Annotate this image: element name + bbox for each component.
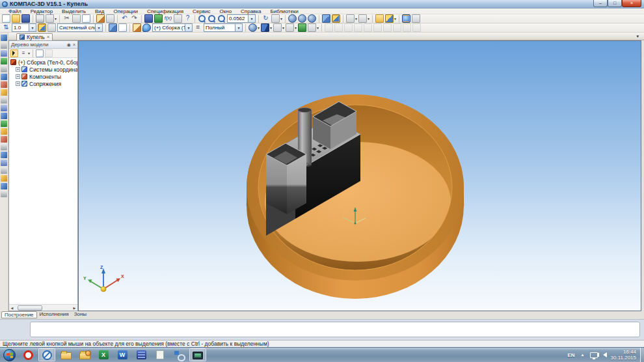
menu-operations[interactable]: Операции — [109, 8, 142, 14]
taskbar-item-grid-app[interactable] — [133, 348, 150, 361]
chevron-down-icon[interactable]: ▾ — [270, 25, 272, 30]
libraries-button[interactable] — [402, 14, 410, 23]
chevron-down-icon[interactable]: ▾ — [355, 16, 357, 21]
start-button[interactable] — [3, 349, 16, 361]
chevron-down-icon[interactable]: ▾ — [280, 16, 282, 21]
language-indicator[interactable]: EN — [564, 352, 578, 358]
taskbar-item-notes[interactable] — [152, 348, 168, 361]
compact-panel-button[interactable] — [1, 66, 7, 72]
compact-panel-button[interactable] — [1, 105, 7, 111]
volume-icon[interactable] — [603, 352, 607, 357]
cut-button[interactable]: ✂ — [62, 14, 71, 23]
new-document-button[interactable] — [2, 14, 10, 23]
compact-panel-button[interactable] — [1, 74, 7, 80]
tree-horizontal-scrollbar[interactable]: ◀ ▶ — [9, 304, 77, 311]
chevron-down-icon[interactable]: ▾ — [317, 25, 319, 30]
layers-manager-button[interactable] — [109, 23, 117, 32]
menu-service[interactable]: Сервис — [188, 8, 215, 14]
rotate-view-button-1[interactable] — [288, 14, 297, 23]
rotate-view-button-2[interactable] — [298, 14, 306, 23]
expand-icon[interactable]: + — [16, 81, 20, 86]
redo-button[interactable]: ↷ — [130, 14, 139, 23]
tree-item-coordinate-systems[interactable]: + Системы координат — [9, 66, 77, 73]
taskbar-item-explorer[interactable] — [57, 348, 74, 361]
taskbar-item-opera[interactable] — [20, 348, 36, 361]
edit-in-place-button[interactable] — [133, 23, 141, 32]
fx-button[interactable]: f(x) — [164, 14, 172, 23]
chevron-down-icon[interactable]: ▾ — [368, 16, 369, 21]
compact-panel-button[interactable] — [1, 89, 7, 96]
menu-libraries[interactable]: Библиотеки — [265, 8, 302, 14]
save-button[interactable] — [21, 14, 30, 23]
scroll-right-icon[interactable]: ▶ — [72, 306, 77, 310]
tree-report-button[interactable] — [36, 49, 44, 57]
library-manager-button[interactable] — [154, 14, 163, 23]
taskbar-item-kompas[interactable] — [189, 348, 206, 361]
hide-objects-button[interactable] — [375, 14, 384, 23]
chevron-down-icon[interactable]: ▾ — [248, 15, 255, 22]
menu-select[interactable]: Выделить — [57, 8, 90, 14]
layer-icon-button[interactable] — [47, 23, 56, 32]
chevron-down-icon[interactable]: ▾ — [258, 25, 260, 30]
variables-button[interactable] — [144, 14, 153, 23]
print-button[interactable] — [36, 14, 44, 23]
tab-versions[interactable]: Исполнения — [37, 311, 72, 318]
copy-button[interactable] — [72, 14, 81, 23]
taskbar-item-search-app[interactable] — [170, 348, 187, 361]
menu-window[interactable]: Окно — [215, 8, 237, 14]
taskbar-item-word[interactable]: W — [114, 348, 131, 361]
color-button[interactable] — [142, 23, 151, 32]
chevron-down-icon[interactable]: ▾ — [295, 25, 297, 30]
tab-overflow-icon[interactable]: ▾ — [636, 34, 639, 39]
open-document-button[interactable] — [12, 14, 20, 23]
minimize-button[interactable]: – — [593, 0, 608, 7]
expand-icon[interactable]: + — [16, 74, 20, 79]
menu-specification[interactable]: Спецификация — [142, 8, 188, 14]
dimensions-button[interactable] — [412, 14, 420, 23]
menu-help[interactable]: Справка — [236, 8, 265, 14]
text-styles-button[interactable] — [308, 23, 316, 32]
compact-panel-button[interactable] — [1, 144, 7, 150]
spreadsheet-button[interactable] — [106, 14, 114, 23]
scrollbar-thumb[interactable] — [18, 305, 42, 311]
tab-zones[interactable]: Зоны — [72, 311, 89, 318]
show-desktop-button[interactable] — [640, 348, 644, 362]
zoom-in-button[interactable] — [198, 14, 206, 23]
selection-filter-button-2[interactable] — [358, 14, 367, 23]
display-mode-combo[interactable]: Полный ▾ — [204, 23, 243, 32]
compact-panel-button[interactable] — [1, 50, 7, 57]
expand-icon[interactable]: + — [16, 67, 20, 72]
zoom-area-button[interactable] — [217, 14, 226, 23]
rotate-view-button-3[interactable] — [308, 14, 316, 23]
maximize-button[interactable]: □ — [608, 0, 622, 7]
line-scale-combo[interactable]: 1.0 ▾ — [12, 23, 36, 32]
taskbar-item-excel[interactable]: X — [95, 348, 112, 361]
compact-panel-button[interactable] — [1, 42, 7, 49]
menu-file[interactable]: Файл — [4, 8, 26, 14]
compact-panel-button[interactable] — [1, 81, 7, 88]
component-combo[interactable]: (+) Сборка (Тел-0, С ▾ — [152, 23, 193, 32]
tab-construction[interactable]: Построение — [1, 311, 37, 318]
tree-composition-button[interactable]: ≡ — [20, 49, 27, 57]
tree-item-mates[interactable]: + Сопряжения — [9, 80, 77, 87]
chevron-down-icon[interactable]: ▾ — [394, 16, 396, 21]
compact-panel-button[interactable] — [1, 167, 7, 174]
shading-with-edges-button[interactable] — [332, 14, 340, 23]
mates-button[interactable] — [273, 23, 282, 32]
close-icon[interactable]: × — [73, 42, 75, 48]
sheet-settings-button[interactable] — [118, 23, 127, 32]
chevron-down-icon[interactable]: ▾ — [55, 16, 57, 21]
compact-panel-button[interactable] — [1, 35, 7, 41]
appearance-button[interactable] — [248, 23, 257, 32]
copy-properties-button[interactable] — [96, 14, 105, 23]
measure-button[interactable] — [174, 14, 182, 23]
compact-panel-button[interactable] — [1, 128, 7, 135]
model-viewport[interactable]: Z X Y — [78, 40, 641, 311]
orientation-cube-button[interactable] — [385, 14, 394, 23]
chevron-down-icon[interactable]: ▾ — [235, 24, 242, 31]
compact-panel-button[interactable] — [1, 120, 7, 127]
tree-structure-button[interactable] — [10, 49, 18, 57]
chevron-down-icon[interactable]: ▾ — [95, 24, 102, 31]
compact-panel-button[interactable] — [1, 160, 7, 166]
zoom-out-button[interactable] — [208, 14, 216, 23]
